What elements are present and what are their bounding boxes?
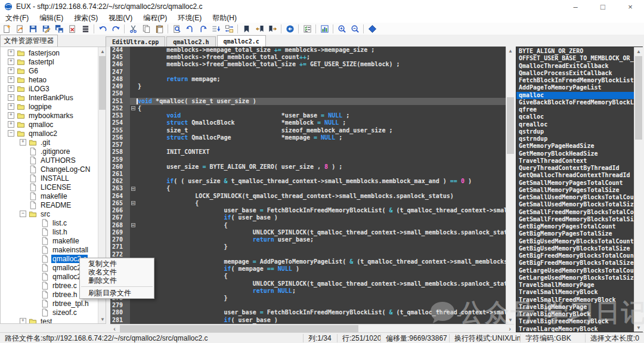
function-list-button[interactable] (301, 23, 314, 34)
back-button[interactable] (283, 23, 296, 34)
tree-item[interactable]: +fastertpl (1, 57, 97, 66)
code-line[interactable]: 250 (110, 90, 506, 97)
tree-expander[interactable]: + (8, 76, 14, 83)
code-line[interactable]: 244 memblocks->mempage_total_size += mem… (110, 47, 506, 54)
about-button[interactable] (366, 23, 379, 34)
tree-expander[interactable]: + (8, 112, 14, 119)
function-list-item[interactable]: GetSmallUsedMemoryBlocksTotalSize (516, 201, 634, 208)
minimize-button[interactable]: – (562, 0, 589, 13)
code-line[interactable]: 281 if( user_base ) (110, 317, 506, 324)
code-line[interactable]: 251void *qmalloc( size_t user_size ) (110, 98, 506, 105)
tree-item[interactable]: list.c (1, 218, 97, 227)
tree-item[interactable]: ChangeLog-CN (1, 165, 97, 174)
code-line[interactable]: 245 memblocks->freed_memblock_total_coun… (110, 54, 506, 61)
tree-expander[interactable]: + (8, 58, 14, 65)
function-list-item[interactable]: GetSmallFreedMemoryBlocksTotalSiz (516, 216, 634, 223)
function-list-item[interactable]: AddPageToMemoryPageList (516, 84, 634, 91)
tree-item[interactable]: +fasterjson (1, 48, 97, 57)
fold-column[interactable]: − (130, 105, 138, 112)
function-list-item[interactable]: GetBigUsedMemoryBlocksTotalSize (516, 245, 634, 252)
function-list-item[interactable]: QueryThreadContextByThreadId (516, 165, 634, 172)
tree-item[interactable]: rbtree_tpl.h (1, 299, 97, 308)
function-list-item[interactable]: GetBigMemoryPagesTotalCount (516, 223, 634, 230)
menu-item-6[interactable]: 帮助(H) (207, 13, 242, 23)
function-list-item[interactable]: GiveBackBlockToFreedMemoryBlockLi (516, 99, 634, 106)
function-list-item[interactable]: qfree (516, 106, 634, 113)
compare-chart-button[interactable] (318, 23, 331, 34)
tree-expander[interactable]: + (20, 139, 26, 146)
function-list-item[interactable]: qmalloc (516, 92, 634, 99)
menu-item-2[interactable]: 搜索(S) (69, 13, 103, 23)
menu-item-3[interactable]: 视图(V) (103, 13, 138, 23)
tree-item[interactable]: +mybookmarks (1, 111, 97, 120)
fold-marker-icon[interactable]: − (131, 223, 135, 227)
sidebar-header[interactable]: 文件资源管理器 (0, 35, 58, 47)
code-line[interactable]: 254 struct QmallocBlock *memblock = NULL… (110, 119, 506, 126)
code-line[interactable]: 247 (110, 69, 506, 76)
function-list-item[interactable]: TravelSmallMemoryBlock (516, 289, 634, 296)
tree-item[interactable]: +iLOG3 (1, 84, 97, 93)
tree-item[interactable]: +qmalloc (1, 120, 97, 129)
code-line[interactable]: 264 LOCK_SPINLOCK(t_qmalloc_thread_conte… (110, 193, 506, 200)
code-line[interactable]: 280 user_base = FetchBlockInFreedMemoryB… (110, 309, 506, 316)
tree-item[interactable]: −qmalloc2 (1, 129, 97, 138)
tree-item[interactable]: list.h (1, 227, 97, 236)
tree-item[interactable]: README (1, 200, 97, 209)
code-line[interactable]: 265− { (110, 200, 506, 207)
tree-item[interactable]: makeinstall (1, 245, 97, 254)
find-prev-button[interactable] (183, 23, 196, 34)
code-line[interactable]: 259 (110, 156, 506, 163)
menu-item-0[interactable]: 文件(F) (0, 13, 34, 23)
fold-column[interactable]: − (130, 185, 138, 192)
tree-item[interactable]: +.git (1, 138, 97, 147)
function-list-item[interactable]: QmallocThreadExitCallback (516, 63, 634, 70)
code-editor[interactable]: 244 memblocks->mempage_total_size += mem… (110, 47, 514, 324)
code-line[interactable]: 257 (110, 141, 506, 149)
new-file-button[interactable] (0, 23, 13, 34)
zoom-in-button[interactable] (335, 23, 348, 34)
tree-item[interactable]: +logpipe (1, 102, 97, 111)
function-list-item[interactable]: GetBigMemoryPagesTotalSize (516, 230, 634, 237)
editor-vertical-scrollbar[interactable]: ▲ ▼ (506, 47, 515, 324)
function-list-item[interactable]: GetLargeUsedMemoryBlocksTotalSize (516, 274, 634, 282)
code-line[interactable]: 277 return NULL; (110, 288, 506, 295)
function-list-item[interactable]: GetSmallUsedMemoryBlocksTotalCoun (516, 194, 634, 201)
tree-item[interactable]: +G6 (1, 66, 97, 75)
fold-marker-icon[interactable]: − (131, 187, 135, 191)
function-list-item[interactable]: GetMemoryPageHeadSize (516, 143, 634, 150)
function-list-item[interactable]: qcalloc (516, 113, 634, 120)
redo-button[interactable] (109, 23, 122, 34)
tree-expander[interactable]: − (8, 130, 14, 137)
code-line[interactable]: 274 if( mempage == NULL ) (110, 265, 506, 273)
code-line[interactable]: 252−{ (110, 105, 506, 112)
fold-marker-icon[interactable]: − (131, 106, 135, 110)
bookmark-prev-button[interactable] (253, 23, 266, 34)
function-list-item[interactable]: TravelBigMemoryBlock (516, 311, 634, 318)
code-line[interactable]: 255 size_t sizeof_memblock_and_user_size… (110, 127, 506, 134)
tree-item[interactable]: LICENSE (1, 183, 97, 191)
code-line[interactable]: 266 user_base = FetchBlockInFreedMemoryB… (110, 207, 506, 214)
context-menu-item[interactable]: 改名文件 (80, 268, 154, 276)
goto-line-button[interactable] (209, 23, 222, 34)
code-line[interactable]: 273 mempage = AddPageToMemoryPageList( &… (110, 258, 506, 265)
function-list-item[interactable]: QmallocProcessExitCallback (516, 70, 634, 77)
tree-expander[interactable]: + (8, 85, 14, 92)
code-line[interactable]: 246 memblocks->freed_memblock_total_size… (110, 61, 506, 68)
save-as-button[interactable] (39, 23, 52, 34)
tab-qmalloc2.c[interactable]: qmalloc2.c (217, 35, 266, 47)
function-list-item[interactable]: GetSmallMemoryPagesTotalSize (516, 187, 634, 194)
tree-item[interactable]: .gitignore (1, 147, 97, 156)
tree-expander[interactable]: + (8, 103, 14, 110)
code-line[interactable]: 258 INIT_CONTEXT (110, 149, 506, 156)
function-list-item[interactable]: GetLargeUsedMemoryBlocksTotalCoun (516, 267, 634, 274)
bookmark-next-button[interactable] (266, 23, 279, 34)
code-line[interactable]: 268− { (110, 222, 506, 229)
menu-item-4[interactable]: 编程(P) (138, 13, 172, 23)
tree-expander[interactable]: − (20, 211, 26, 217)
code-line[interactable]: 269 UNLOCK_SPINLOCK(t_qmalloc_thread_con… (110, 229, 506, 236)
function-list-item[interactable]: TravelSmallMemoryPage (516, 282, 634, 289)
tree-expander[interactable]: + (8, 50, 14, 56)
function-list-item[interactable]: qstrndup (516, 135, 634, 143)
code-line[interactable]: 260 user_size = BYTE_ALIGN_OR_ZERO( user… (110, 163, 506, 171)
code-line[interactable]: 263− { (110, 185, 506, 192)
